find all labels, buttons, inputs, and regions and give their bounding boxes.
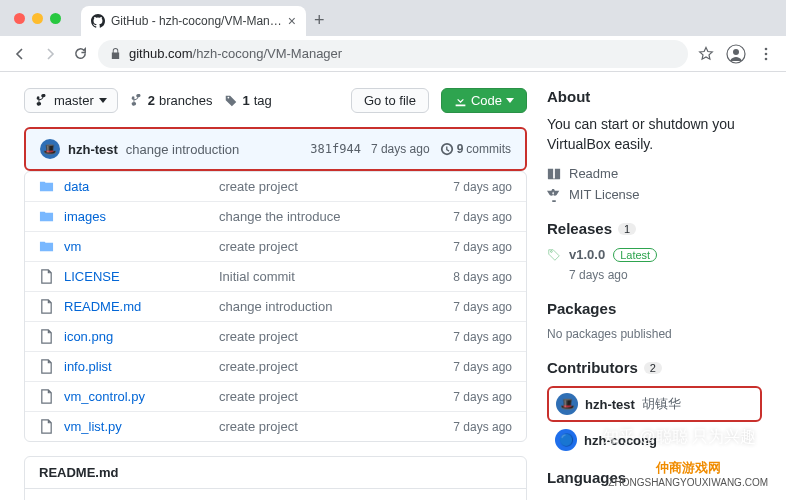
address-bar[interactable]: github.com/hzh-cocong/VM-Manager xyxy=(98,40,688,68)
file-commit-message[interactable]: change the introduce xyxy=(219,209,443,224)
contributor-avatar: 🎩 xyxy=(556,393,578,415)
file-commit-message[interactable]: create project xyxy=(219,389,443,404)
file-time: 7 days ago xyxy=(453,240,512,254)
file-name[interactable]: info.plist xyxy=(64,359,209,374)
reload-button[interactable] xyxy=(68,42,92,66)
repo-toolbar: master 2 branches 1 tag Go to file Code xyxy=(24,88,527,113)
file-commit-message[interactable]: create project xyxy=(219,179,443,194)
file-row[interactable]: LICENSEInitial commit8 days ago xyxy=(25,261,526,291)
browser-tab[interactable]: GitHub - hzh-cocong/VM-Man… × xyxy=(81,6,306,36)
file-row[interactable]: info.plistcreate.project7 days ago xyxy=(25,351,526,381)
file-row[interactable]: README.mdchange introduction7 days ago xyxy=(25,291,526,321)
file-name[interactable]: vm_control.py xyxy=(64,389,209,404)
readme-box: README.md VM-Manager You can start or sh… xyxy=(24,456,527,500)
file-list: datacreate project7 days agoimageschange… xyxy=(24,171,527,442)
folder-icon xyxy=(39,239,54,254)
release-time: 7 days ago xyxy=(547,268,762,282)
packages-none: No packages published xyxy=(547,327,762,341)
file-icon xyxy=(39,329,54,344)
folder-icon xyxy=(39,179,54,194)
commit-author[interactable]: hzh-test xyxy=(68,142,118,157)
close-window-icon[interactable] xyxy=(14,13,25,24)
file-commit-message[interactable]: create project xyxy=(219,329,443,344)
download-icon xyxy=(454,94,467,107)
back-button[interactable] xyxy=(8,42,32,66)
browser-toolbar: github.com/hzh-cocong/VM-Manager xyxy=(0,36,786,72)
about-heading: About xyxy=(547,88,762,105)
lock-icon xyxy=(110,47,121,60)
about-section: About You can start or shutdown you Virt… xyxy=(547,88,762,202)
svg-point-2 xyxy=(765,47,768,50)
commits-count[interactable]: 9 xyxy=(457,142,464,156)
watermark-logo: 仲商游戏网 ZHONGSHANGYOUXIWANG.COM xyxy=(608,459,768,488)
chevron-down-icon xyxy=(99,98,107,103)
file-name[interactable]: data xyxy=(64,179,209,194)
branch-select[interactable]: master xyxy=(24,88,118,113)
go-to-file-button[interactable]: Go to file xyxy=(351,88,429,113)
watermark-text: 知乎 @聪聪 只为兴趣 xyxy=(603,427,756,448)
contributor-row[interactable]: 🎩 hzh-test 胡镇华 xyxy=(547,386,762,422)
file-row[interactable]: vmcreate project7 days ago xyxy=(25,231,526,261)
new-tab-button[interactable]: + xyxy=(314,10,325,31)
menu-icon[interactable] xyxy=(754,42,778,66)
file-row[interactable]: datacreate project7 days ago xyxy=(25,172,526,201)
code-button[interactable]: Code xyxy=(441,88,527,113)
file-time: 8 days ago xyxy=(453,270,512,284)
file-row[interactable]: icon.pngcreate project7 days ago xyxy=(25,321,526,351)
file-name[interactable]: README.md xyxy=(64,299,209,314)
file-commit-message[interactable]: change introduction xyxy=(219,299,443,314)
author-avatar[interactable] xyxy=(40,139,60,159)
branches-link[interactable]: 2 branches xyxy=(130,93,213,108)
file-commit-message[interactable]: Initial commit xyxy=(219,269,443,284)
file-name[interactable]: icon.png xyxy=(64,329,209,344)
contributors-count: 2 xyxy=(644,362,662,374)
file-time: 7 days ago xyxy=(453,420,512,434)
packages-heading[interactable]: Packages xyxy=(547,300,762,317)
forward-button[interactable] xyxy=(38,42,62,66)
file-name[interactable]: vm xyxy=(64,239,209,254)
license-link[interactable]: MIT License xyxy=(547,187,762,202)
maximize-window-icon[interactable] xyxy=(50,13,61,24)
tab-close-icon[interactable]: × xyxy=(288,13,296,29)
book-icon xyxy=(547,167,561,181)
file-row[interactable]: vm_list.pycreate project7 days ago xyxy=(25,411,526,441)
releases-section: Releases 1 v1.0.0 Latest 7 days ago xyxy=(547,220,762,282)
file-time: 7 days ago xyxy=(453,180,512,194)
svg-point-3 xyxy=(765,52,768,55)
history-icon xyxy=(440,142,454,156)
window-controls xyxy=(10,13,61,24)
releases-heading[interactable]: Releases xyxy=(547,220,612,237)
file-commit-message[interactable]: create.project xyxy=(219,359,443,374)
contributors-heading[interactable]: Contributors xyxy=(547,359,638,376)
chevron-down-icon xyxy=(506,98,514,103)
tab-title: GitHub - hzh-cocong/VM-Man… xyxy=(111,14,282,28)
file-name[interactable]: images xyxy=(64,209,209,224)
commit-message[interactable]: change introduction xyxy=(126,142,239,157)
svg-point-4 xyxy=(765,57,768,60)
minimize-window-icon[interactable] xyxy=(32,13,43,24)
file-row[interactable]: vm_control.pycreate project7 days ago xyxy=(25,381,526,411)
file-name[interactable]: vm_list.py xyxy=(64,419,209,434)
file-icon xyxy=(39,299,54,314)
file-icon xyxy=(39,419,54,434)
url-path: /hzh-cocong/VM-Manager xyxy=(193,46,343,61)
file-commit-message[interactable]: create project xyxy=(219,239,443,254)
file-commit-message[interactable]: create project xyxy=(219,419,443,434)
tags-link[interactable]: 1 tag xyxy=(224,93,271,108)
branch-name: master xyxy=(54,93,94,108)
packages-section: Packages No packages published xyxy=(547,300,762,341)
about-description: You can start or shutdown you VirtualBox… xyxy=(547,115,762,154)
file-time: 7 days ago xyxy=(453,390,512,404)
tag-icon xyxy=(547,248,561,262)
readme-link[interactable]: Readme xyxy=(547,166,762,181)
star-icon[interactable] xyxy=(694,42,718,66)
file-time: 7 days ago xyxy=(453,210,512,224)
file-row[interactable]: imageschange the introduce7 days ago xyxy=(25,201,526,231)
profile-icon[interactable] xyxy=(724,42,748,66)
release-link[interactable]: v1.0.0 Latest xyxy=(547,247,762,262)
latest-commit-bar[interactable]: hzh-test change introduction 381f944 7 d… xyxy=(24,127,527,171)
readme-filename[interactable]: README.md xyxy=(25,457,526,489)
file-icon xyxy=(39,389,54,404)
file-name[interactable]: LICENSE xyxy=(64,269,209,284)
commit-sha[interactable]: 381f944 xyxy=(310,142,361,156)
